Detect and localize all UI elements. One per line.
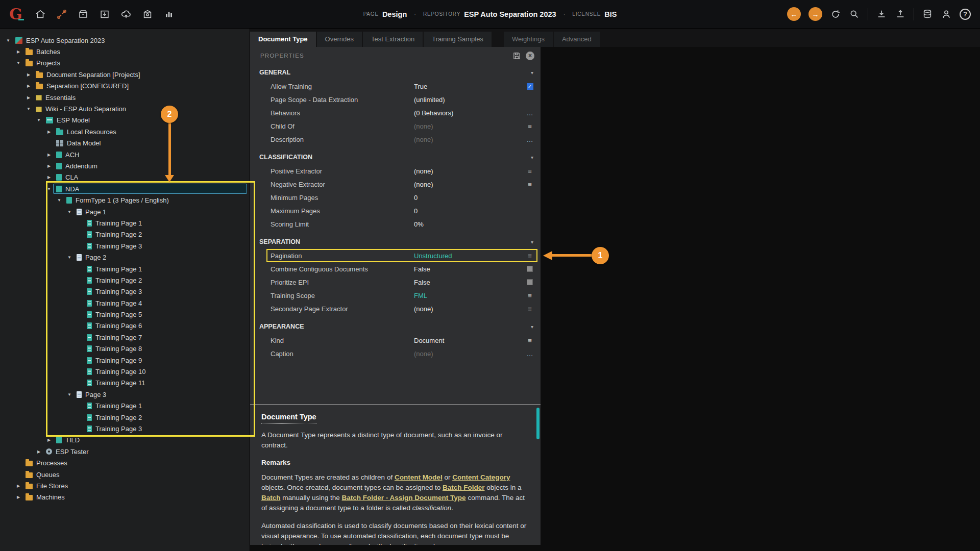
tree-item[interactable]: ▼ESP Model <box>0 115 250 126</box>
minimum-pages-value[interactable]: 0 <box>414 194 524 202</box>
tab-advanced[interactable]: Advanced <box>554 32 600 47</box>
tree-item[interactable]: Training Page 1 <box>0 400 250 412</box>
tree-item[interactable]: ▶Machines <box>0 492 250 503</box>
tree-item[interactable]: ▶File Stores <box>0 480 250 491</box>
tree-item[interactable]: Training Page 2 <box>0 229 250 240</box>
tree-item[interactable]: ▶Essentials <box>0 92 250 103</box>
prioritize-epi-value[interactable]: False <box>414 279 524 286</box>
property-row-prioritize-epi[interactable]: Prioritize EPIFalse <box>250 276 541 289</box>
tree-item[interactable]: Data Model <box>0 138 250 149</box>
tree-item[interactable]: Training Page 1 <box>0 217 250 229</box>
help-link[interactable]: Batch Folder - Assign Document Type <box>342 494 466 502</box>
expander-icon[interactable]: ▶ <box>45 153 53 157</box>
property-row-scoring-limit[interactable]: Scoring Limit0% <box>250 217 541 231</box>
property-row-page-scope-data-extraction[interactable]: Page Scope - Data Extraction(unlimited) <box>250 93 541 106</box>
expander-icon[interactable]: ▶ <box>24 95 33 100</box>
tree-item[interactable]: Training Page 8 <box>0 343 250 355</box>
help-link[interactable]: Batch <box>261 494 281 502</box>
pagination-value[interactable]: Unstructured <box>414 252 524 260</box>
expander-icon[interactable]: ▼ <box>14 61 22 65</box>
section-header-general[interactable]: GENERAL <box>250 65 541 80</box>
database-icon[interactable] <box>922 9 933 20</box>
tree-item[interactable]: ▶Document Separation [Projects] <box>0 69 250 80</box>
tree-item[interactable]: ▼Wiki - ESP Auto Separation <box>0 103 250 114</box>
tree-item[interactable]: ▼Projects <box>0 58 250 69</box>
help-title[interactable]: Document Type <box>261 412 316 424</box>
save-icon[interactable] <box>512 52 521 60</box>
tree-item[interactable]: ▶ESP Tester <box>0 446 250 457</box>
bar-chart-icon[interactable] <box>163 9 175 20</box>
grooper-logo-icon[interactable]: G <box>9 7 22 22</box>
secondary-page-extractor-menu-button[interactable]: ≡ <box>528 305 532 313</box>
tree-item[interactable]: Training Page 3 <box>0 240 250 252</box>
help-icon[interactable] <box>960 9 971 20</box>
tree-item[interactable]: Training Page 5 <box>0 309 250 320</box>
expander-icon[interactable]: ▶ <box>14 484 22 488</box>
tree-item[interactable]: Training Page 6 <box>0 320 250 332</box>
expander-icon[interactable]: ▶ <box>14 49 22 54</box>
cloud-upload-icon[interactable] <box>120 9 132 20</box>
property-row-allow-training[interactable]: Allow TrainingTrue <box>250 80 541 93</box>
property-row-negative-extractor[interactable]: Negative Extractor(none)≡ <box>250 178 541 191</box>
tree-item[interactable]: ▼Page 2 <box>0 252 250 263</box>
tree-item[interactable]: Training Page 11 <box>0 378 250 389</box>
tree-item[interactable]: Training Page 1 <box>0 263 250 274</box>
tree-item[interactable]: Training Page 3 <box>0 423 250 434</box>
negative-extractor-value[interactable]: (none) <box>414 181 524 188</box>
expander-icon[interactable]: ▼ <box>65 392 74 397</box>
secondary-page-extractor-value[interactable]: (none) <box>414 305 524 313</box>
tree-item[interactable]: Training Page 2 <box>0 274 250 286</box>
scoring-limit-value[interactable]: 0% <box>414 220 524 228</box>
expander-icon[interactable]: ▼ <box>4 38 12 43</box>
property-row-kind[interactable]: KindDocument≡ <box>250 334 541 347</box>
property-row-secondary-page-extractor[interactable]: Secondary Page Extractor(none)≡ <box>250 302 541 315</box>
tree-item[interactable]: ▶CLA <box>0 172 250 183</box>
training-scope-value[interactable]: FML <box>414 292 524 299</box>
home-icon[interactable] <box>35 9 46 20</box>
tree-item[interactable]: Training Page 10 <box>0 366 250 377</box>
kind-menu-button[interactable]: ≡ <box>528 337 532 344</box>
property-row-description[interactable]: Description(none)… <box>250 133 541 146</box>
tree-item[interactable]: ▶ACH <box>0 149 250 160</box>
allow-training-checkbox[interactable] <box>527 83 533 90</box>
tree-item[interactable]: Training Page 4 <box>0 297 250 309</box>
property-row-combine-contiguous-documents[interactable]: Combine Contiguous DocumentsFalse <box>250 262 541 276</box>
expander-icon[interactable]: ▼ <box>24 107 33 111</box>
section-header-classification[interactable]: CLASSIFICATION <box>250 150 541 164</box>
property-row-minimum-pages[interactable]: Minimum Pages0 <box>250 191 541 204</box>
tree-item[interactable]: ▶Separation [CONFIGURED] <box>0 81 250 92</box>
property-row-maximum-pages[interactable]: Maximum Pages0 <box>250 204 541 217</box>
prioritize-epi-checkbox[interactable] <box>527 279 533 285</box>
caption-value[interactable]: (none) <box>414 350 524 358</box>
tree-item[interactable]: ▶TILD <box>0 435 250 446</box>
tab-test-extraction[interactable]: Test Extraction <box>363 32 423 47</box>
repository-value[interactable]: ESP Auto Separation 2023 <box>464 10 556 18</box>
tree-item[interactable]: ▼Page 1 <box>0 206 250 217</box>
tree-item[interactable]: ▼NDA <box>0 183 250 194</box>
scrollbar-thumb[interactable] <box>536 408 540 439</box>
refresh-icon[interactable] <box>830 9 841 20</box>
property-row-training-scope[interactable]: Training ScopeFML≡ <box>250 289 541 302</box>
tree-item[interactable]: Training Page 3 <box>0 286 250 297</box>
positive-extractor-value[interactable]: (none) <box>414 167 524 175</box>
expander-icon[interactable]: ▼ <box>35 118 43 122</box>
section-header-separation[interactable]: SEPARATION <box>250 235 541 249</box>
behaviors-ellipsis-button[interactable]: … <box>527 109 533 117</box>
expander-icon[interactable]: ▼ <box>65 255 74 260</box>
expander-icon[interactable]: ▶ <box>14 495 22 499</box>
section-header-appearance[interactable]: APPEARANCE <box>250 319 541 334</box>
help-link[interactable]: Batch Folder <box>443 484 485 491</box>
training-scope-menu-button[interactable]: ≡ <box>528 292 532 299</box>
expander-icon[interactable]: ▼ <box>45 187 53 191</box>
expander-icon[interactable]: ▼ <box>65 210 74 214</box>
property-row-child-of[interactable]: Child Of(none)≡ <box>250 119 541 133</box>
expander-icon[interactable]: ▶ <box>45 438 53 442</box>
tree-item[interactable]: ▼FormType 1 (3 Pages / English) <box>0 194 250 206</box>
expander-icon[interactable]: ▶ <box>45 130 53 134</box>
tree-item[interactable]: Training Page 9 <box>0 355 250 366</box>
search-icon[interactable] <box>849 9 860 20</box>
caption-ellipsis-button[interactable]: … <box>527 350 533 358</box>
help-link[interactable]: Content Category <box>452 473 510 481</box>
tree-item[interactable]: ▼ESP Auto Separation 2023 <box>0 35 250 46</box>
positive-extractor-menu-button[interactable]: ≡ <box>528 167 532 175</box>
